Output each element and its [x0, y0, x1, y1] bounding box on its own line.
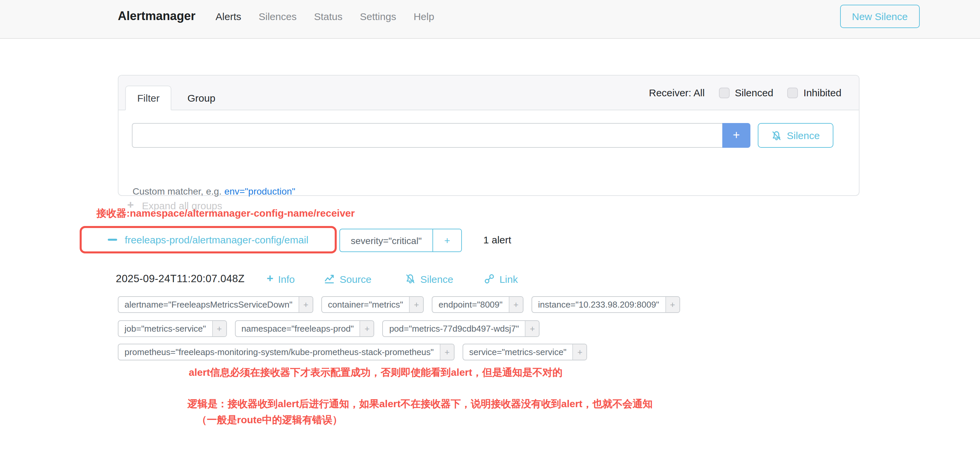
alert-row: 2025-09-24T11:20:07.048Z Info Source Sil… — [116, 272, 518, 285]
group-matcher-add-button[interactable] — [433, 229, 461, 251]
nav-item-alerts[interactable]: Alerts — [216, 11, 241, 22]
bell-slash-icon — [405, 274, 416, 284]
inhibited-filter: Inhibited — [788, 87, 842, 98]
silence-filter-button[interactable]: Silence — [758, 123, 834, 148]
label-tag: prometheus="freeleaps-monitoring-system/… — [118, 344, 455, 360]
group-matcher-chip: severity="critical" — [339, 229, 462, 252]
alert-labels-row-1: alertname="FreeleapsMetricsServiceDown" … — [118, 296, 680, 313]
filter-options: Receiver: All Silenced Inhibited — [649, 87, 859, 98]
label-tag: job="metrics-service" — [118, 320, 227, 337]
plus-icon — [530, 323, 535, 334]
inhibited-label: Inhibited — [803, 87, 842, 98]
label-tag: service="metrics-service" — [463, 344, 587, 360]
add-label-filter-button[interactable] — [409, 297, 423, 312]
add-label-filter-button[interactable] — [525, 321, 539, 336]
alert-action-link[interactable]: Link — [484, 273, 518, 285]
add-label-filter-button[interactable] — [665, 297, 679, 312]
label-tag: pod="metrics-77d9cdb497-wdsj7" — [383, 320, 540, 337]
navbar: Alertmanager Alerts Silences Status Sett… — [0, 0, 980, 39]
plus-icon — [414, 299, 419, 310]
app-brand: Alertmanager — [118, 10, 196, 24]
plus-icon — [514, 299, 519, 310]
plus-icon — [303, 299, 308, 310]
new-silence-button[interactable]: New Silence — [840, 5, 920, 28]
label-tag: endpoint="8009" — [432, 296, 523, 313]
label-tag: instance="10.233.98.209:8009" — [531, 296, 680, 313]
custom-matcher-hint: Custom matcher, e.g.env="production" — [132, 186, 295, 196]
silenced-checkbox[interactable] — [719, 87, 729, 98]
annotation-note-1: alert信息必须在接收器下才表示配置成功，否则即使能看到alert，但是通知是… — [189, 366, 563, 379]
plus-icon — [364, 323, 369, 334]
add-label-filter-button[interactable] — [299, 297, 313, 312]
plus-icon — [733, 128, 740, 143]
add-label-filter-button[interactable] — [360, 321, 374, 336]
bell-slash-icon — [772, 130, 782, 141]
alert-action-source[interactable]: Source — [325, 273, 372, 285]
silenced-filter: Silenced — [719, 87, 773, 98]
annotation-note-3: （一般是route中的逻辑有错误） — [197, 414, 342, 426]
alert-action-info[interactable]: Info — [267, 272, 295, 285]
add-label-filter-button[interactable] — [212, 321, 226, 336]
plus-icon — [578, 347, 582, 357]
alert-timestamp: 2025-09-24T11:20:07.048Z — [116, 273, 245, 285]
nav-item-help[interactable]: Help — [414, 11, 434, 22]
tab-filter[interactable]: Filter — [125, 86, 172, 110]
filter-card-header: Filter Group Receiver: All Silenced Inhi… — [118, 76, 859, 110]
matcher-example-link[interactable]: env="production" — [224, 186, 295, 196]
add-label-filter-button[interactable] — [573, 344, 587, 360]
silenced-label: Silenced — [735, 87, 773, 98]
plus-icon — [267, 272, 274, 285]
annotation-note-2: 逻辑是：接收器收到alert后进行通知，如果alert不在接收器下，说明接收器没… — [188, 398, 653, 410]
add-matcher-button[interactable] — [722, 123, 750, 148]
add-label-filter-button[interactable] — [440, 344, 454, 360]
alert-action-silence[interactable]: Silence — [405, 273, 453, 285]
nav-item-silences[interactable]: Silences — [259, 11, 296, 22]
annotation-receiver-note: 接收器:namespace/altermanager-config-name/r… — [96, 207, 355, 220]
label-tag: namespace="freeleaps-prod" — [235, 320, 374, 337]
matcher-input-row: Silence — [132, 123, 834, 148]
alert-labels-row-3: prometheus="freeleaps-monitoring-system/… — [118, 344, 587, 360]
nav-item-status[interactable]: Status — [314, 11, 342, 22]
matcher-input[interactable] — [132, 123, 722, 148]
alert-labels-row-2: job="metrics-service" namespace="freelea… — [118, 320, 540, 337]
alert-count: 1 alert — [483, 234, 511, 246]
label-tag: container="metrics" — [321, 296, 424, 313]
plus-icon — [217, 323, 222, 334]
add-label-filter-button[interactable] — [509, 297, 523, 312]
chart-icon — [325, 274, 335, 284]
silence-button-label: Silence — [787, 130, 820, 141]
filter-card-body: Silence Custom matcher, e.g.env="product… — [118, 110, 859, 196]
plus-icon — [444, 235, 450, 246]
group-matcher-text: severity="critical" — [340, 229, 433, 251]
alertmanager-page: Alertmanager Alerts Silences Status Sett… — [0, 0, 980, 450]
receiver-filter-label[interactable]: Receiver: All — [649, 87, 705, 98]
plus-icon — [444, 347, 450, 357]
nav-item-settings[interactable]: Settings — [360, 11, 396, 22]
tab-group[interactable]: Group — [176, 86, 227, 110]
link-icon — [484, 274, 495, 284]
receiver-group-highlight-box[interactable]: freeleaps-prod/alertmanager-config/email — [80, 226, 337, 254]
nav-links: Alerts Silences Status Settings Help — [216, 11, 434, 22]
receiver-group-link: freeleaps-prod/alertmanager-config/email — [125, 234, 309, 246]
plus-icon — [670, 299, 675, 310]
minus-icon — [108, 239, 118, 241]
filter-card: Filter Group Receiver: All Silenced Inhi… — [118, 75, 859, 196]
label-tag: alertname="FreeleapsMetricsServiceDown" — [118, 296, 313, 313]
inhibited-checkbox[interactable] — [788, 87, 798, 98]
